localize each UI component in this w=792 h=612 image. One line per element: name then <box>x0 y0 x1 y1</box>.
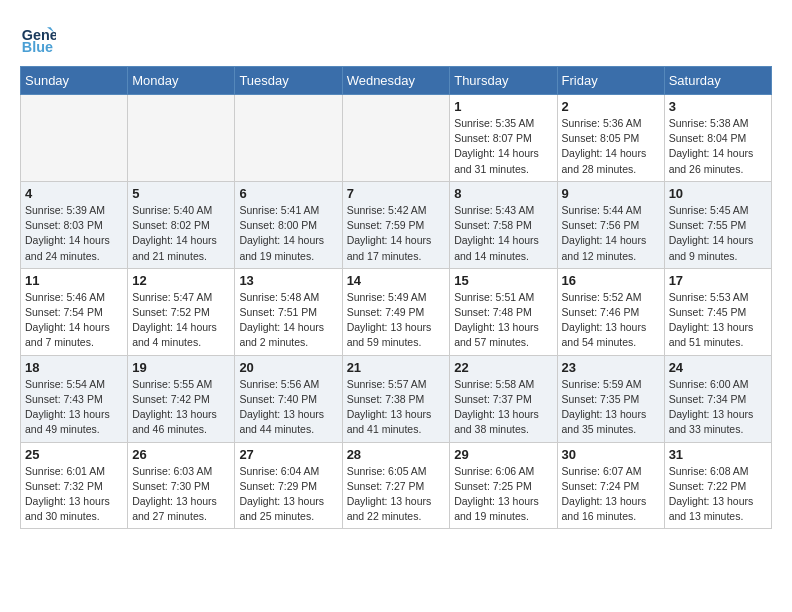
weekday-header-sunday: Sunday <box>21 67 128 95</box>
logo-icon: General Blue <box>20 20 56 56</box>
weekday-header-saturday: Saturday <box>664 67 771 95</box>
calendar-cell: 30Sunrise: 6:07 AM Sunset: 7:24 PM Dayli… <box>557 442 664 529</box>
day-number: 31 <box>669 447 767 462</box>
calendar-cell: 14Sunrise: 5:49 AM Sunset: 7:49 PM Dayli… <box>342 268 450 355</box>
day-number: 4 <box>25 186 123 201</box>
day-info: Sunrise: 5:52 AM Sunset: 7:46 PM Dayligh… <box>562 290 660 351</box>
day-info: Sunrise: 6:07 AM Sunset: 7:24 PM Dayligh… <box>562 464 660 525</box>
calendar-cell <box>342 95 450 182</box>
day-number: 3 <box>669 99 767 114</box>
day-number: 20 <box>239 360 337 375</box>
day-number: 11 <box>25 273 123 288</box>
calendar-cell: 28Sunrise: 6:05 AM Sunset: 7:27 PM Dayli… <box>342 442 450 529</box>
day-info: Sunrise: 5:46 AM Sunset: 7:54 PM Dayligh… <box>25 290 123 351</box>
calendar-cell: 3Sunrise: 5:38 AM Sunset: 8:04 PM Daylig… <box>664 95 771 182</box>
calendar-cell <box>21 95 128 182</box>
day-info: Sunrise: 5:54 AM Sunset: 7:43 PM Dayligh… <box>25 377 123 438</box>
calendar-week-5: 25Sunrise: 6:01 AM Sunset: 7:32 PM Dayli… <box>21 442 772 529</box>
calendar-cell: 24Sunrise: 6:00 AM Sunset: 7:34 PM Dayli… <box>664 355 771 442</box>
calendar-week-1: 1Sunrise: 5:35 AM Sunset: 8:07 PM Daylig… <box>21 95 772 182</box>
calendar-table: SundayMondayTuesdayWednesdayThursdayFrid… <box>20 66 772 529</box>
day-number: 25 <box>25 447 123 462</box>
day-info: Sunrise: 5:40 AM Sunset: 8:02 PM Dayligh… <box>132 203 230 264</box>
day-info: Sunrise: 5:49 AM Sunset: 7:49 PM Dayligh… <box>347 290 446 351</box>
day-info: Sunrise: 5:43 AM Sunset: 7:58 PM Dayligh… <box>454 203 552 264</box>
day-number: 8 <box>454 186 552 201</box>
page-header: General Blue <box>20 20 772 56</box>
day-info: Sunrise: 6:01 AM Sunset: 7:32 PM Dayligh… <box>25 464 123 525</box>
day-info: Sunrise: 5:59 AM Sunset: 7:35 PM Dayligh… <box>562 377 660 438</box>
day-info: Sunrise: 5:38 AM Sunset: 8:04 PM Dayligh… <box>669 116 767 177</box>
day-info: Sunrise: 5:57 AM Sunset: 7:38 PM Dayligh… <box>347 377 446 438</box>
day-info: Sunrise: 5:47 AM Sunset: 7:52 PM Dayligh… <box>132 290 230 351</box>
calendar-week-2: 4Sunrise: 5:39 AM Sunset: 8:03 PM Daylig… <box>21 181 772 268</box>
day-number: 7 <box>347 186 446 201</box>
calendar-week-4: 18Sunrise: 5:54 AM Sunset: 7:43 PM Dayli… <box>21 355 772 442</box>
weekday-header-row: SundayMondayTuesdayWednesdayThursdayFrid… <box>21 67 772 95</box>
calendar-cell: 23Sunrise: 5:59 AM Sunset: 7:35 PM Dayli… <box>557 355 664 442</box>
day-info: Sunrise: 5:45 AM Sunset: 7:55 PM Dayligh… <box>669 203 767 264</box>
calendar-cell: 19Sunrise: 5:55 AM Sunset: 7:42 PM Dayli… <box>128 355 235 442</box>
day-info: Sunrise: 5:51 AM Sunset: 7:48 PM Dayligh… <box>454 290 552 351</box>
calendar-cell: 7Sunrise: 5:42 AM Sunset: 7:59 PM Daylig… <box>342 181 450 268</box>
calendar-cell: 12Sunrise: 5:47 AM Sunset: 7:52 PM Dayli… <box>128 268 235 355</box>
day-number: 2 <box>562 99 660 114</box>
day-number: 13 <box>239 273 337 288</box>
day-info: Sunrise: 6:04 AM Sunset: 7:29 PM Dayligh… <box>239 464 337 525</box>
calendar-cell: 18Sunrise: 5:54 AM Sunset: 7:43 PM Dayli… <box>21 355 128 442</box>
day-number: 19 <box>132 360 230 375</box>
day-info: Sunrise: 5:36 AM Sunset: 8:05 PM Dayligh… <box>562 116 660 177</box>
day-number: 24 <box>669 360 767 375</box>
day-number: 18 <box>25 360 123 375</box>
day-number: 12 <box>132 273 230 288</box>
calendar-cell: 25Sunrise: 6:01 AM Sunset: 7:32 PM Dayli… <box>21 442 128 529</box>
calendar-cell: 15Sunrise: 5:51 AM Sunset: 7:48 PM Dayli… <box>450 268 557 355</box>
day-number: 26 <box>132 447 230 462</box>
weekday-header-monday: Monday <box>128 67 235 95</box>
day-info: Sunrise: 6:00 AM Sunset: 7:34 PM Dayligh… <box>669 377 767 438</box>
day-info: Sunrise: 5:53 AM Sunset: 7:45 PM Dayligh… <box>669 290 767 351</box>
day-info: Sunrise: 5:35 AM Sunset: 8:07 PM Dayligh… <box>454 116 552 177</box>
day-number: 17 <box>669 273 767 288</box>
calendar-cell: 29Sunrise: 6:06 AM Sunset: 7:25 PM Dayli… <box>450 442 557 529</box>
calendar-cell: 22Sunrise: 5:58 AM Sunset: 7:37 PM Dayli… <box>450 355 557 442</box>
calendar-week-3: 11Sunrise: 5:46 AM Sunset: 7:54 PM Dayli… <box>21 268 772 355</box>
calendar-cell: 5Sunrise: 5:40 AM Sunset: 8:02 PM Daylig… <box>128 181 235 268</box>
day-info: Sunrise: 5:44 AM Sunset: 7:56 PM Dayligh… <box>562 203 660 264</box>
day-info: Sunrise: 6:06 AM Sunset: 7:25 PM Dayligh… <box>454 464 552 525</box>
calendar-cell <box>128 95 235 182</box>
calendar-cell: 8Sunrise: 5:43 AM Sunset: 7:58 PM Daylig… <box>450 181 557 268</box>
day-info: Sunrise: 6:03 AM Sunset: 7:30 PM Dayligh… <box>132 464 230 525</box>
calendar-cell: 26Sunrise: 6:03 AM Sunset: 7:30 PM Dayli… <box>128 442 235 529</box>
day-number: 5 <box>132 186 230 201</box>
day-number: 10 <box>669 186 767 201</box>
calendar-cell: 2Sunrise: 5:36 AM Sunset: 8:05 PM Daylig… <box>557 95 664 182</box>
day-number: 1 <box>454 99 552 114</box>
calendar-cell: 20Sunrise: 5:56 AM Sunset: 7:40 PM Dayli… <box>235 355 342 442</box>
calendar-cell: 9Sunrise: 5:44 AM Sunset: 7:56 PM Daylig… <box>557 181 664 268</box>
day-number: 16 <box>562 273 660 288</box>
logo: General Blue <box>20 20 56 56</box>
day-number: 15 <box>454 273 552 288</box>
day-info: Sunrise: 5:55 AM Sunset: 7:42 PM Dayligh… <box>132 377 230 438</box>
calendar-cell: 21Sunrise: 5:57 AM Sunset: 7:38 PM Dayli… <box>342 355 450 442</box>
day-number: 27 <box>239 447 337 462</box>
day-number: 14 <box>347 273 446 288</box>
day-info: Sunrise: 5:56 AM Sunset: 7:40 PM Dayligh… <box>239 377 337 438</box>
calendar-cell: 16Sunrise: 5:52 AM Sunset: 7:46 PM Dayli… <box>557 268 664 355</box>
day-number: 23 <box>562 360 660 375</box>
calendar-cell: 13Sunrise: 5:48 AM Sunset: 7:51 PM Dayli… <box>235 268 342 355</box>
day-number: 22 <box>454 360 552 375</box>
weekday-header-thursday: Thursday <box>450 67 557 95</box>
day-number: 29 <box>454 447 552 462</box>
day-info: Sunrise: 5:42 AM Sunset: 7:59 PM Dayligh… <box>347 203 446 264</box>
day-number: 30 <box>562 447 660 462</box>
day-number: 21 <box>347 360 446 375</box>
day-number: 9 <box>562 186 660 201</box>
calendar-cell: 6Sunrise: 5:41 AM Sunset: 8:00 PM Daylig… <box>235 181 342 268</box>
calendar-cell: 31Sunrise: 6:08 AM Sunset: 7:22 PM Dayli… <box>664 442 771 529</box>
weekday-header-wednesday: Wednesday <box>342 67 450 95</box>
calendar-cell: 4Sunrise: 5:39 AM Sunset: 8:03 PM Daylig… <box>21 181 128 268</box>
day-info: Sunrise: 5:58 AM Sunset: 7:37 PM Dayligh… <box>454 377 552 438</box>
day-number: 6 <box>239 186 337 201</box>
